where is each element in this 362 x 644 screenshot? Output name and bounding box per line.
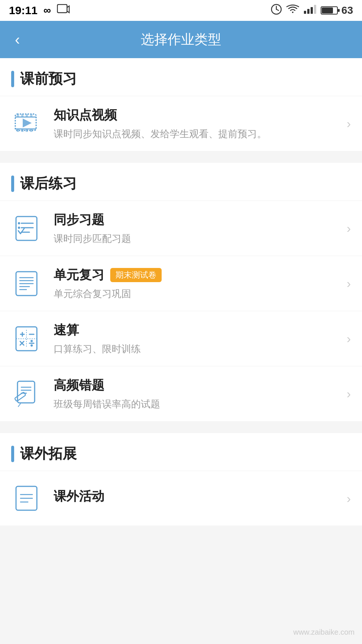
section-header-pre-class: 课前预习: [0, 58, 362, 96]
svg-rect-21: [26, 129, 28, 132]
item-content-frequent-errors: 高频错题 班级每周错误率高的试题: [54, 377, 343, 411]
item-badge-unit-review: 期末测试卷: [110, 268, 162, 282]
speed-math-icon: [11, 322, 45, 356]
page-title: 选择作业类型: [141, 31, 221, 49]
svg-rect-10: [338, 9, 340, 12]
list-item-speed-math[interactable]: 速算 口算练习、限时训练 ›: [0, 311, 362, 366]
divider-1: [0, 157, 362, 163]
arrow-icon-video: ›: [347, 116, 351, 131]
item-content-sync-exercises: 同步习题 课时同步匹配习题: [54, 211, 343, 245]
arrow-icon-speed: ›: [347, 331, 351, 346]
frequent-errors-icon: [11, 377, 45, 411]
svg-rect-50: [15, 392, 26, 401]
section-bar-icon: [11, 71, 14, 87]
list-item-unit-review[interactable]: 单元复习 期末测试卷 单元综合复习巩固 ›: [0, 256, 362, 311]
battery-icon: 63: [321, 4, 353, 16]
section-title-extracurricular: 课外拓展: [20, 444, 77, 463]
media-icon: [57, 4, 70, 17]
arrow-icon-review: ›: [347, 276, 351, 291]
svg-rect-9: [322, 7, 333, 13]
arrow-icon-activities: ›: [347, 491, 351, 506]
svg-line-51: [18, 404, 20, 407]
status-time: 19:11: [9, 4, 38, 17]
item-title-speed-math: 速算: [54, 322, 79, 339]
section-extracurricular: 课外拓展 课外活动 ›: [0, 433, 362, 525]
section-header-extracurricular: 课外拓展: [0, 433, 362, 471]
item-content-unit-review: 单元复习 期末测试卷 单元综合复习巩固: [54, 266, 343, 300]
watermark: www.zaibaike.com: [293, 628, 355, 637]
item-desc-speed-math: 口算练习、限时训练: [54, 342, 343, 356]
svg-rect-17: [26, 114, 28, 117]
section-pre-class: 课前预习 知识点视频: [0, 58, 362, 151]
item-title-frequent-errors: 高频错题: [54, 377, 104, 394]
item-title-activities: 课外活动: [54, 488, 104, 505]
arrow-icon-sync: ›: [347, 221, 351, 236]
activities-icon: [11, 482, 45, 515]
svg-rect-22: [30, 129, 32, 132]
status-right: 63: [271, 4, 353, 18]
svg-point-43: [31, 344, 33, 347]
section-title-pre-class: 课前预习: [20, 69, 77, 88]
item-content-speed-math: 速算 口算练习、限时训练: [54, 322, 343, 356]
svg-rect-5: [307, 9, 309, 14]
list-item-frequent-errors[interactable]: 高频错题 班级每周错误率高的试题 ›: [0, 366, 362, 421]
item-title-unit-review: 单元复习: [54, 266, 104, 284]
svg-rect-16: [21, 114, 23, 117]
status-left: 19:11 ∞: [9, 4, 70, 17]
video-icon: [11, 107, 45, 141]
section-after-class: 课后练习 同步习题 课时同步匹配习题 ›: [0, 163, 362, 421]
item-desc-sync-exercises: 课时同步匹配习题: [54, 232, 343, 245]
item-desc-unit-review: 单元综合复习巩固: [54, 287, 343, 300]
svg-rect-18: [30, 114, 32, 117]
svg-point-42: [31, 340, 33, 342]
svg-rect-4: [304, 11, 306, 14]
back-button[interactable]: ‹: [11, 28, 23, 51]
section-title-after-class: 课后练习: [20, 174, 77, 193]
svg-point-28: [18, 227, 20, 229]
list-item-sync-exercises[interactable]: 同步习题 课时同步匹配习题 ›: [0, 201, 362, 256]
status-bar: 19:11 ∞: [0, 0, 362, 21]
section-bar-icon-2: [11, 176, 14, 192]
divider-2: [0, 427, 362, 433]
list-item-video[interactable]: 知识点视频 课时同步知识点视频、发给学生观看、提前预习。 ›: [0, 96, 362, 151]
svg-line-3: [276, 9, 279, 10]
svg-rect-15: [17, 114, 19, 117]
sync-exercises-icon: [11, 212, 45, 245]
section-bar-icon-3: [11, 446, 14, 462]
item-title-sync-exercises: 同步习题: [54, 211, 104, 228]
svg-rect-20: [21, 129, 23, 132]
loop-icon: ∞: [44, 4, 51, 16]
item-desc-frequent-errors: 班级每周错误率高的试题: [54, 398, 343, 411]
clock-icon: [271, 4, 282, 18]
header: ‹ 选择作业类型: [0, 21, 362, 58]
item-content-video: 知识点视频 课时同步知识点视频、发给学生观看、提前预习。: [54, 107, 343, 141]
signal-icon: [304, 4, 316, 17]
svg-rect-0: [57, 4, 67, 13]
item-content-activities: 课外活动: [54, 488, 343, 509]
svg-marker-12: [23, 119, 32, 127]
section-header-after-class: 课后练习: [0, 163, 362, 201]
svg-rect-7: [314, 5, 316, 14]
item-desc-video: 课时同步知识点视频、发给学生观看、提前预习。: [54, 127, 343, 141]
svg-rect-6: [311, 7, 313, 14]
wifi-icon: [286, 4, 299, 17]
unit-review-icon: [11, 267, 45, 300]
list-item-activities[interactable]: 课外活动 ›: [0, 471, 362, 525]
arrow-icon-errors: ›: [347, 386, 351, 401]
svg-point-27: [18, 222, 20, 224]
item-title-video: 知识点视频: [54, 107, 117, 124]
svg-rect-19: [17, 129, 19, 132]
